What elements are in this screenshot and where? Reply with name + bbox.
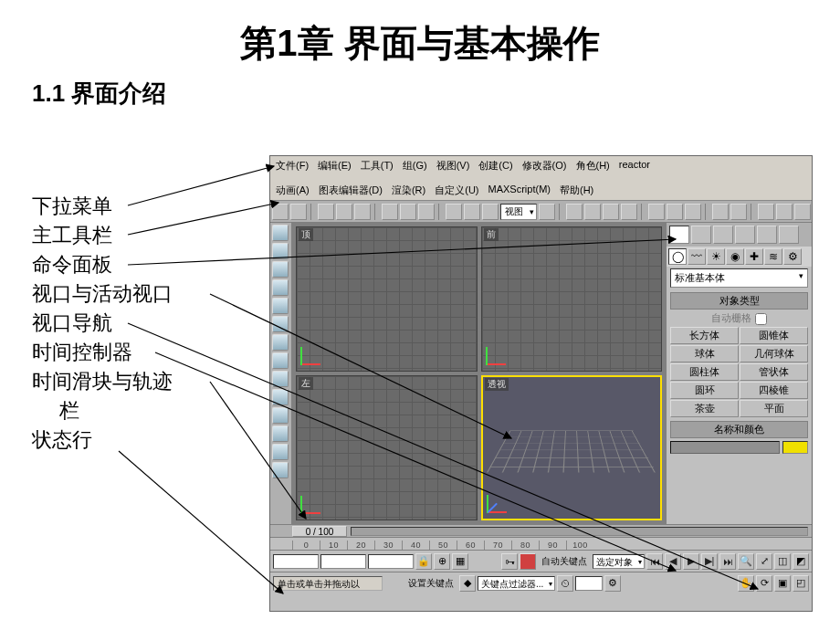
nav-pan-icon[interactable]: ✋ [738, 575, 754, 592]
angle-snap-button[interactable] [584, 204, 601, 220]
menu-view[interactable]: 视图(V) [436, 159, 470, 173]
obj-cylinder-button[interactable]: 圆柱体 [670, 363, 739, 381]
rotate-button[interactable] [464, 204, 480, 220]
menu-modifier[interactable]: 修改器(O) [522, 159, 567, 173]
left-icon-10[interactable] [272, 389, 289, 405]
key-filter-combo[interactable]: 关键点过滤器... [478, 576, 555, 591]
obj-geosphere-button[interactable]: 几何球体 [740, 345, 808, 362]
redo-button[interactable] [290, 204, 307, 220]
obj-sphere-button[interactable]: 球体 [670, 345, 739, 362]
tab-hierarchy-icon[interactable] [272, 261, 289, 278]
left-icon-7[interactable] [272, 334, 289, 351]
tab-display-icon[interactable] [272, 298, 289, 314]
render-scene-button[interactable] [776, 204, 793, 220]
menu-tools[interactable]: 工具(T) [361, 159, 394, 173]
cmd-tab-display-icon[interactable] [757, 226, 777, 244]
sub-systems-icon[interactable]: ⚙ [783, 248, 802, 265]
object-category-dropdown[interactable]: 标准基本体 [670, 268, 808, 288]
pivot-button[interactable] [539, 204, 555, 220]
viewport-perspective[interactable]: 透视 [481, 375, 663, 520]
selection-set-combo[interactable]: 选定对象 [593, 554, 645, 569]
track-scroll[interactable] [351, 527, 808, 536]
cmd-tab-motion-icon[interactable] [735, 226, 755, 244]
time-config-button[interactable]: ⏲ [557, 575, 573, 592]
tab-motion-icon[interactable] [272, 279, 289, 296]
set-key-button[interactable]: ◆ [459, 575, 476, 592]
tab-utilities-icon[interactable] [272, 316, 289, 332]
menu-maxscript[interactable]: MAXScript(M) [488, 184, 551, 197]
nav-arc-rotate-icon[interactable]: ⟳ [756, 575, 772, 592]
spinner-snap-button[interactable] [621, 204, 637, 220]
obj-torus-button[interactable]: 圆环 [670, 382, 739, 399]
link-button[interactable] [318, 204, 334, 220]
bind-spacewarp-button[interactable] [354, 204, 371, 220]
menu-file[interactable]: 文件(F) [276, 159, 309, 173]
layer-button[interactable] [685, 204, 701, 220]
align-button[interactable] [667, 204, 683, 220]
snap-toggle-button[interactable] [566, 204, 583, 220]
time-config-icon[interactable]: ⚙ [604, 575, 621, 592]
left-icon-12[interactable] [272, 425, 289, 442]
cmd-tab-modify-icon[interactable] [691, 226, 711, 244]
sub-helpers-icon[interactable]: ✚ [745, 248, 763, 265]
play-button[interactable]: ▶ [683, 553, 699, 570]
schematic-button[interactable] [730, 204, 747, 220]
select-object-button[interactable] [382, 204, 398, 220]
key-mode-icon[interactable]: 🗝 [501, 553, 518, 570]
menu-character[interactable]: 角色(H) [576, 159, 610, 173]
percent-snap-button[interactable] [603, 204, 619, 220]
unlink-button[interactable] [336, 204, 352, 220]
menu-reactor[interactable]: reactor [619, 159, 650, 173]
next-frame-button[interactable]: ▶| [701, 553, 718, 570]
time-slider[interactable]: 0 / 100 [292, 526, 347, 537]
grid-toggle-icon[interactable]: ▦ [452, 553, 468, 570]
coord-y-field[interactable] [320, 554, 366, 569]
cmd-tab-create-icon[interactable] [669, 226, 689, 244]
tab-modify-icon[interactable] [272, 243, 289, 259]
rollout-name-color[interactable]: 名称和颜色 [670, 421, 808, 438]
left-icon-9[interactable] [272, 371, 289, 387]
object-color-swatch[interactable] [782, 441, 808, 454]
nav-maximize-icon[interactable]: ▣ [774, 575, 791, 592]
obj-cone-button[interactable]: 圆锥体 [740, 327, 808, 344]
nav-zoom-all-icon[interactable]: ⤢ [756, 553, 772, 570]
obj-pyramid-button[interactable]: 四棱锥 [740, 382, 808, 399]
goto-end-button[interactable]: ⏭ [719, 553, 736, 570]
auto-key-button[interactable] [520, 553, 536, 570]
nav-fov-icon[interactable]: ◩ [793, 553, 809, 570]
current-frame-field[interactable] [575, 576, 603, 591]
select-filter-button[interactable] [418, 204, 435, 220]
scale-button[interactable] [482, 204, 499, 220]
abs-rel-toggle-icon[interactable]: ⊕ [434, 553, 450, 570]
move-button[interactable] [446, 204, 462, 220]
tab-create-icon[interactable] [272, 225, 289, 241]
material-editor-button[interactable] [758, 204, 774, 220]
left-icon-8[interactable] [272, 352, 289, 369]
select-region-button[interactable] [400, 204, 416, 220]
sub-shapes-icon[interactable]: 〰 [688, 248, 706, 265]
reference-coord-combo[interactable]: 视图 [500, 204, 537, 220]
obj-plane-button[interactable]: 平面 [740, 400, 808, 417]
left-icon-13[interactable] [272, 444, 289, 460]
sub-spacewarps-icon[interactable]: ≋ [764, 248, 782, 265]
menu-create[interactable]: 创建(C) [478, 159, 512, 173]
coord-z-field[interactable] [368, 554, 414, 569]
obj-box-button[interactable]: 长方体 [670, 327, 739, 344]
menu-group[interactable]: 组(G) [403, 159, 427, 173]
sub-lights-icon[interactable]: ☀ [707, 248, 725, 265]
nav-region-zoom-icon[interactable]: ◫ [774, 553, 791, 570]
cmd-tab-utility-icon[interactable] [779, 226, 799, 244]
mirror-button[interactable] [648, 204, 665, 220]
left-icon-14[interactable] [272, 462, 289, 478]
menu-help[interactable]: 帮助(H) [560, 184, 593, 197]
viewport-top[interactable]: 顶 [296, 226, 478, 372]
cmd-tab-hierarchy-icon[interactable] [713, 226, 733, 244]
menu-edit[interactable]: 编辑(E) [318, 159, 352, 173]
left-icon-11[interactable] [272, 407, 289, 424]
rollout-object-type[interactable]: 对象类型 [670, 292, 808, 310]
menu-animation[interactable]: 动画(A) [276, 184, 310, 197]
nav-zoom-icon[interactable]: 🔍 [738, 553, 754, 570]
goto-start-button[interactable]: ⏮ [646, 553, 663, 570]
curve-editor-button[interactable] [712, 204, 729, 220]
object-name-field[interactable] [670, 441, 780, 454]
